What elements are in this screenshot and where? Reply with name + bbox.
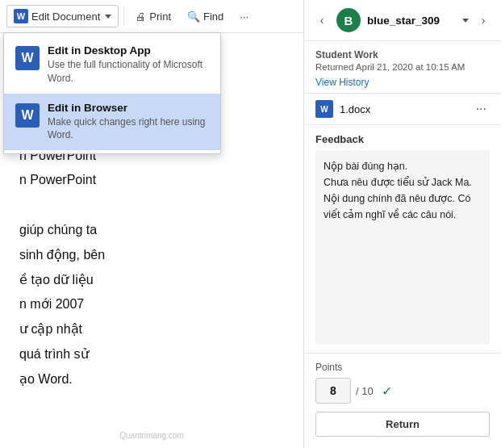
student-header: ‹ B blue_star_309 ›: [304, 0, 501, 41]
points-row: / 10 ✓: [315, 378, 490, 404]
edit-browser-text: Edit in Browser Make quick changes right…: [48, 102, 209, 143]
doc-line-9: n mới 2007: [19, 293, 284, 316]
file-more-button[interactable]: ···: [473, 100, 490, 118]
feedback-section: Feedback Nộp bài đúng hạn. Chưa nêu được…: [304, 125, 501, 353]
edit-desktop-title: Edit in Desktop App: [48, 44, 209, 57]
next-student-button[interactable]: ›: [475, 12, 491, 28]
print-button[interactable]: 🖨 Print: [129, 7, 177, 26]
document-panel: W Edit Document 🖨 Print 🔍 Find ··· W Edi…: [0, 0, 303, 448]
doc-line-4: n PowerPoint: [19, 169, 284, 192]
doc-line-10: ư cập nhật: [19, 318, 284, 341]
chevron-down-icon: [105, 15, 111, 19]
feedback-label: Feedback: [315, 133, 490, 145]
edit-browser-item[interactable]: W Edit in Browser Make quick changes rig…: [4, 94, 220, 151]
watermark: Quantrimang.com: [119, 431, 183, 440]
student-avatar: B: [336, 8, 361, 32]
edit-desktop-item[interactable]: W Edit in Desktop App Use the full funct…: [4, 36, 220, 94]
toolbar-separator: [123, 6, 124, 26]
student-dropdown-icon[interactable]: [462, 19, 469, 23]
doc-line-12: ạo Word.: [19, 368, 284, 391]
returned-date: Returned April 21, 2020 at 10:15 AM: [315, 62, 490, 72]
find-button[interactable]: 🔍 Find: [181, 7, 230, 26]
edit-document-label: Edit Document: [31, 10, 100, 23]
doc-line-5: [19, 194, 284, 217]
word-desktop-icon: W: [15, 46, 40, 70]
student-work-section: Student Work Returned April 21, 2020 at …: [304, 41, 501, 94]
find-label: Find: [203, 10, 223, 23]
word-browser-icon: W: [15, 103, 40, 128]
prev-student-button[interactable]: ‹: [314, 12, 330, 28]
doc-line-6: giúp chúng ta: [19, 219, 284, 242]
more-icon: ···: [240, 10, 248, 23]
search-icon: 🔍: [187, 10, 200, 23]
doc-line-7: sinh động, bên: [19, 244, 284, 267]
file-word-icon: W: [315, 100, 333, 118]
word-icon: W: [14, 9, 28, 23]
print-label: Print: [149, 10, 171, 23]
right-panel: ‹ B blue_star_309 › Student Work Returne…: [303, 0, 501, 448]
feedback-text[interactable]: Nộp bài đúng hạn. Chưa nêu được tiểu sử …: [315, 150, 490, 345]
more-options-button[interactable]: ···: [233, 7, 255, 26]
file-row: W 1.docx ···: [304, 94, 501, 125]
points-label: Points: [315, 362, 490, 373]
printer-icon: 🖨: [136, 10, 146, 23]
doc-line-8: ề tạo dữ liệu: [19, 269, 284, 292]
edit-desktop-desc: Use the full functionality of Microsoft …: [48, 58, 209, 86]
edit-dropdown-menu: W Edit in Desktop App Use the full funct…: [3, 32, 221, 154]
edit-document-button[interactable]: W Edit Document: [6, 5, 119, 27]
edit-desktop-text: Edit in Desktop App Use the full functio…: [48, 44, 209, 86]
doc-line-11: quá trình sử: [19, 343, 284, 366]
edit-browser-desc: Make quick changes right here using Word…: [48, 115, 209, 143]
return-button[interactable]: Return: [315, 412, 490, 437]
points-max: / 10: [356, 385, 374, 397]
check-icon: ✓: [382, 383, 392, 399]
points-input[interactable]: [315, 378, 351, 404]
toolbar: W Edit Document 🖨 Print 🔍 Find ···: [0, 0, 303, 33]
points-section: Points / 10 ✓: [304, 353, 501, 412]
student-name: blue_star_309: [367, 15, 456, 27]
file-name: 1.docx: [340, 103, 466, 115]
edit-browser-title: Edit in Browser: [48, 102, 209, 114]
student-work-label: Student Work: [315, 49, 490, 61]
view-history-link[interactable]: View History: [315, 77, 369, 88]
